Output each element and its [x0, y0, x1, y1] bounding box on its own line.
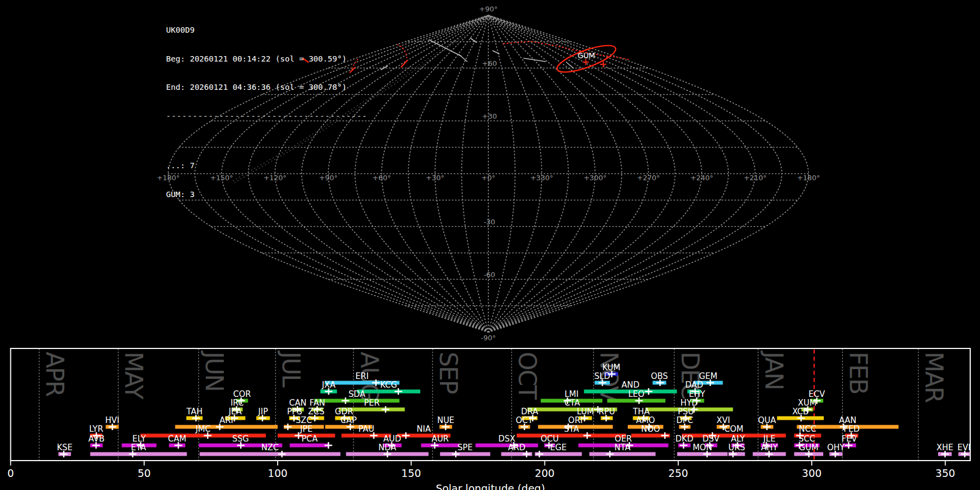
- meteor-observation-screen: UK00D9 Beg: 20260121 00:14:22 (sol = 300…: [0, 0, 980, 490]
- shower-bar-ARI: [175, 425, 278, 429]
- x-axis-tick-label: 350: [935, 467, 955, 479]
- sporadic-meteor-trail: [566, 62, 573, 68]
- equator-longitude-label: +270°: [637, 174, 660, 182]
- shower-bar-STA: [517, 434, 626, 438]
- shower-label-DPC: DPC: [676, 415, 693, 425]
- gum-radiant-drift-trail: [504, 41, 630, 60]
- shower-peak-cross-NTA: [606, 451, 614, 457]
- shower-label-DKD: DKD: [676, 434, 694, 444]
- shower-label-EGE: EGE: [550, 443, 567, 452]
- shower-label-JIP: JIP: [258, 407, 268, 416]
- equator-longitude-label: +30°: [426, 174, 444, 182]
- north-pole-label: +90°: [479, 5, 498, 13]
- shower-bar-ETA: [90, 452, 187, 456]
- x-axis-tick-label: 100: [268, 467, 287, 479]
- equator-longitude-label: +60°: [372, 174, 391, 182]
- parallel-latitude-label: +60: [482, 59, 497, 68]
- shower-label-KSE: KSE: [57, 443, 72, 452]
- shower-peak-cross-AND: [645, 388, 652, 395]
- sporadic-meteor-trail: [459, 54, 467, 62]
- shower-bar-AUR: [421, 444, 459, 448]
- sporadic-count: ...: 7: [166, 161, 367, 171]
- shower-label-OHY: OHY: [827, 443, 845, 452]
- shower-label-DAD: DAD: [685, 380, 703, 390]
- shower-label-NUE: NUE: [437, 415, 455, 425]
- shower-label-COM: COM: [724, 424, 743, 434]
- shower-bar-SPE: [440, 452, 490, 456]
- shower-label-NCC: NCC: [799, 424, 816, 434]
- shower-label-STA: STA: [564, 424, 580, 434]
- shower-label-NOO: NOO: [641, 424, 660, 434]
- shower-label-CAP: CAP: [341, 415, 357, 425]
- shower-label-URS: URS: [728, 443, 745, 452]
- shower-label-NDA: NDA: [378, 443, 397, 452]
- shower-label-OCT: OCT: [516, 415, 533, 425]
- shower-label-SDA: SDA: [348, 389, 366, 399]
- observation-begin: Beg: 20260121 00:14:22 (sol = 300.59°): [166, 54, 367, 64]
- observation-header: UK00D9 Beg: 20260121 00:14:22 (sol = 300…: [166, 7, 367, 218]
- sporadic-meteors: [381, 38, 573, 70]
- shower-peak-cross-NOO: [661, 432, 669, 439]
- shower-label-XHE: XHE: [936, 443, 953, 452]
- shower-label-ERI: ERI: [356, 371, 369, 381]
- month-label: JUL: [277, 350, 305, 388]
- month-label: FEB: [844, 352, 872, 394]
- shower-label-EVI: EVI: [958, 443, 971, 452]
- shower-bar-DSX: [475, 444, 538, 448]
- shower-label-ARD: ARD: [508, 443, 525, 452]
- month-label: OCT: [513, 352, 541, 400]
- shower-bar-NZC: [200, 452, 340, 456]
- parallel-latitude-label: +30: [482, 112, 497, 120]
- shower-label-RPU: RPU: [598, 407, 615, 416]
- shower-label-JMC: JMC: [195, 424, 211, 434]
- shower-label-HVI: HVI: [105, 415, 119, 425]
- parallel-latitude-label: -30: [483, 218, 495, 226]
- shower-label-NTA: NTA: [614, 443, 630, 452]
- x-axis-tick-label: 300: [802, 467, 822, 479]
- shower-bar-KCG: [357, 390, 420, 394]
- shower-label-JPE: JPE: [299, 424, 313, 434]
- shower-label-LEO: LEO: [628, 389, 645, 399]
- shower-label-AUR: AUR: [432, 434, 449, 444]
- month-label: MAR: [920, 352, 948, 403]
- shower-label-FED: FED: [844, 424, 860, 434]
- month-label: JAN: [760, 350, 788, 389]
- shower-label-ETA: ETA: [131, 443, 146, 452]
- month-label: MAY: [120, 352, 148, 400]
- shower-label-JXA: JXA: [321, 380, 336, 390]
- shower-peak-cross-SZC: [284, 424, 292, 430]
- shower-label-MON: MON: [693, 443, 712, 452]
- shower-label-CAM: CAM: [168, 434, 186, 444]
- month-label: SEP: [434, 352, 462, 394]
- month-label: JUN: [200, 350, 228, 391]
- equator-longitude-label: +330°: [530, 174, 553, 182]
- shower-label-AVB: AVB: [88, 434, 105, 444]
- shower-bar-NTA: [589, 452, 656, 456]
- x-axis-tick-label: 50: [138, 467, 151, 479]
- sporadic-meteor-trail: [524, 58, 546, 62]
- month-label: APR: [41, 352, 69, 397]
- shower-peak-cross-EGE: [536, 451, 543, 457]
- equator-longitude-label: +300°: [584, 174, 607, 182]
- observation-end: End: 20260121 04:36:36 (sol = 300.78°): [166, 83, 367, 93]
- gum-radiant-label: GUM: [578, 51, 595, 60]
- shower-bar-SDA: [314, 399, 399, 403]
- shower-label-ARI: ARI: [219, 415, 233, 425]
- gum-radiant-cross: [601, 62, 606, 67]
- shower-peak-cross-NIA: [402, 432, 409, 439]
- shower-label-KCG: KCG: [380, 380, 397, 390]
- shower-peak-cross-PCA: [324, 442, 332, 449]
- shower-bar-MON: [677, 452, 728, 456]
- shower-bar-PCA: [290, 444, 329, 448]
- header-spacer: [166, 140, 367, 142]
- equator-longitude-label: +0°: [481, 174, 495, 182]
- shower-label-PER: PER: [364, 398, 379, 408]
- shower-label-NIA: NIA: [416, 424, 431, 434]
- shower-label-LYR: LYR: [89, 424, 103, 434]
- gum-count: GUM: 3: [166, 190, 367, 200]
- shower-label-XCB: XCB: [792, 407, 808, 416]
- activity-timeline: APRMAYJUNJULAUGSEPOCTNOVDECJANFEBMARKUME…: [7, 348, 970, 490]
- shower-label-TAH: TAH: [186, 407, 203, 416]
- shower-label-QUA: QUA: [758, 415, 776, 425]
- sporadic-meteor-trail: [493, 51, 499, 54]
